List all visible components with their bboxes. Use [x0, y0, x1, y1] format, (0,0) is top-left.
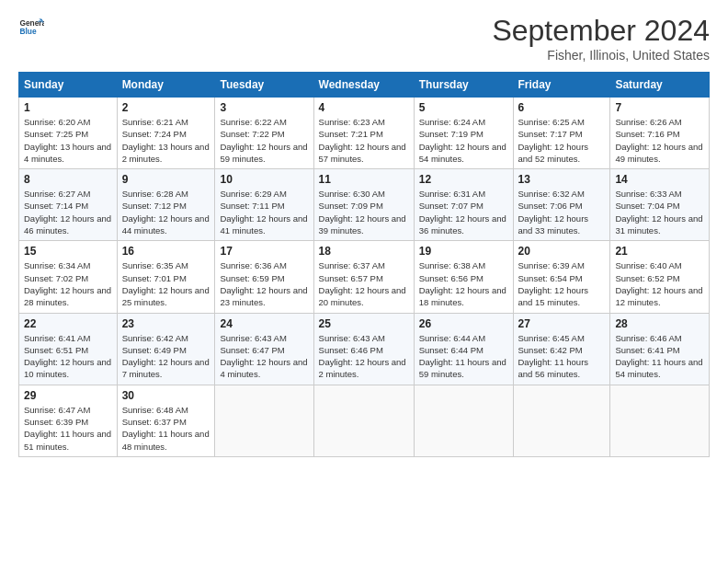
day-number: 26	[419, 317, 508, 330]
month-title: September 2024	[492, 14, 710, 48]
day-number: 24	[220, 317, 308, 330]
day-number: 18	[319, 245, 409, 258]
day-number: 28	[615, 317, 704, 330]
table-row: 14Sunrise: 6:33 AMSunset: 7:04 PMDayligh…	[610, 169, 710, 241]
day-info: Sunrise: 6:26 AMSunset: 7:16 PMDaylight:…	[615, 116, 704, 165]
day-info: Sunrise: 6:36 AMSunset: 6:59 PMDaylight:…	[220, 259, 308, 308]
table-row: 18Sunrise: 6:37 AMSunset: 6:57 PMDayligh…	[313, 241, 414, 313]
table-row: 16Sunrise: 6:35 AMSunset: 7:01 PMDayligh…	[117, 241, 215, 313]
calendar-week-2: 8Sunrise: 6:27 AMSunset: 7:14 PMDaylight…	[19, 169, 710, 241]
day-info: Sunrise: 6:24 AMSunset: 7:19 PMDaylight:…	[419, 116, 508, 165]
day-info: Sunrise: 6:27 AMSunset: 7:14 PMDaylight:…	[24, 188, 112, 236]
table-row: 29Sunrise: 6:47 AMSunset: 6:39 PMDayligh…	[19, 385, 118, 456]
day-info: Sunrise: 6:34 AMSunset: 7:02 PMDaylight:…	[24, 259, 112, 308]
col-monday: Monday	[117, 73, 215, 98]
day-info: Sunrise: 6:40 AMSunset: 6:52 PMDaylight:…	[615, 259, 704, 308]
day-number: 16	[122, 245, 210, 258]
day-info: Sunrise: 6:43 AMSunset: 6:47 PMDaylight:…	[220, 332, 308, 381]
table-row: 4Sunrise: 6:23 AMSunset: 7:21 PMDaylight…	[313, 98, 414, 169]
title-area: September 2024 Fisher, Illinois, United …	[492, 14, 710, 63]
table-row: 21Sunrise: 6:40 AMSunset: 6:52 PMDayligh…	[610, 241, 710, 313]
day-info: Sunrise: 6:25 AMSunset: 7:17 PMDaylight:…	[518, 116, 606, 165]
table-row: 25Sunrise: 6:43 AMSunset: 6:46 PMDayligh…	[313, 313, 414, 385]
table-row	[414, 385, 513, 456]
logo: General Blue	[18, 14, 44, 40]
day-number: 8	[24, 173, 112, 186]
calendar-week-5: 29Sunrise: 6:47 AMSunset: 6:39 PMDayligh…	[19, 385, 710, 456]
day-number: 6	[518, 101, 606, 114]
table-row: 5Sunrise: 6:24 AMSunset: 7:19 PMDaylight…	[414, 98, 513, 169]
table-row: 28Sunrise: 6:46 AMSunset: 6:41 PMDayligh…	[610, 313, 710, 385]
day-number: 9	[122, 173, 210, 186]
day-info: Sunrise: 6:32 AMSunset: 7:06 PMDaylight:…	[518, 188, 606, 236]
table-row: 17Sunrise: 6:36 AMSunset: 6:59 PMDayligh…	[215, 241, 313, 313]
day-number: 23	[122, 317, 210, 330]
day-info: Sunrise: 6:33 AMSunset: 7:04 PMDaylight:…	[615, 188, 704, 236]
day-info: Sunrise: 6:30 AMSunset: 7:09 PMDaylight:…	[319, 188, 409, 236]
table-row: 2Sunrise: 6:21 AMSunset: 7:24 PMDaylight…	[117, 98, 215, 169]
calendar-week-4: 22Sunrise: 6:41 AMSunset: 6:51 PMDayligh…	[19, 313, 710, 385]
col-friday: Friday	[513, 73, 610, 98]
day-number: 3	[220, 101, 308, 114]
day-info: Sunrise: 6:35 AMSunset: 7:01 PMDaylight:…	[122, 259, 210, 308]
day-number: 13	[518, 173, 606, 186]
table-row	[215, 385, 313, 456]
day-number: 27	[518, 317, 606, 330]
day-number: 4	[319, 101, 409, 114]
day-info: Sunrise: 6:44 AMSunset: 6:44 PMDaylight:…	[419, 332, 508, 381]
col-tuesday: Tuesday	[215, 73, 313, 98]
svg-text:Blue: Blue	[19, 27, 36, 36]
day-number: 15	[24, 245, 112, 258]
table-row: 12Sunrise: 6:31 AMSunset: 7:07 PMDayligh…	[414, 169, 513, 241]
day-number: 19	[419, 245, 508, 258]
day-number: 10	[220, 173, 308, 186]
day-info: Sunrise: 6:22 AMSunset: 7:22 PMDaylight:…	[220, 116, 308, 165]
day-number: 25	[319, 317, 409, 330]
day-info: Sunrise: 6:46 AMSunset: 6:41 PMDaylight:…	[615, 332, 704, 381]
table-row: 30Sunrise: 6:48 AMSunset: 6:37 PMDayligh…	[117, 385, 215, 456]
table-row: 26Sunrise: 6:44 AMSunset: 6:44 PMDayligh…	[414, 313, 513, 385]
table-row: 11Sunrise: 6:30 AMSunset: 7:09 PMDayligh…	[313, 169, 414, 241]
calendar-header-row: Sunday Monday Tuesday Wednesday Thursday…	[19, 73, 710, 98]
table-row	[610, 385, 710, 456]
col-sunday: Sunday	[19, 73, 118, 98]
table-row: 7Sunrise: 6:26 AMSunset: 7:16 PMDaylight…	[610, 98, 710, 169]
day-info: Sunrise: 6:43 AMSunset: 6:46 PMDaylight:…	[319, 332, 409, 381]
table-row: 6Sunrise: 6:25 AMSunset: 7:17 PMDaylight…	[513, 98, 610, 169]
table-row: 3Sunrise: 6:22 AMSunset: 7:22 PMDaylight…	[215, 98, 313, 169]
day-info: Sunrise: 6:39 AMSunset: 6:54 PMDaylight:…	[518, 259, 606, 308]
table-row: 13Sunrise: 6:32 AMSunset: 7:06 PMDayligh…	[513, 169, 610, 241]
table-row	[313, 385, 414, 456]
table-row: 9Sunrise: 6:28 AMSunset: 7:12 PMDaylight…	[117, 169, 215, 241]
table-row: 24Sunrise: 6:43 AMSunset: 6:47 PMDayligh…	[215, 313, 313, 385]
table-row: 10Sunrise: 6:29 AMSunset: 7:11 PMDayligh…	[215, 169, 313, 241]
page: General Blue September 2024 Fisher, Illi…	[0, 0, 728, 563]
day-number: 29	[24, 389, 112, 402]
day-number: 22	[24, 317, 112, 330]
day-info: Sunrise: 6:47 AMSunset: 6:39 PMDaylight:…	[24, 404, 112, 453]
day-number: 21	[615, 245, 704, 258]
calendar-week-1: 1Sunrise: 6:20 AMSunset: 7:25 PMDaylight…	[19, 98, 710, 169]
day-info: Sunrise: 6:42 AMSunset: 6:49 PMDaylight:…	[122, 332, 210, 381]
table-row: 1Sunrise: 6:20 AMSunset: 7:25 PMDaylight…	[19, 98, 118, 169]
day-number: 12	[419, 173, 508, 186]
table-row: 8Sunrise: 6:27 AMSunset: 7:14 PMDaylight…	[19, 169, 118, 241]
day-number: 1	[24, 101, 112, 114]
day-number: 2	[122, 101, 210, 114]
table-row: 27Sunrise: 6:45 AMSunset: 6:42 PMDayligh…	[513, 313, 610, 385]
calendar-table: Sunday Monday Tuesday Wednesday Thursday…	[18, 72, 710, 457]
calendar-week-3: 15Sunrise: 6:34 AMSunset: 7:02 PMDayligh…	[19, 241, 710, 313]
day-info: Sunrise: 6:23 AMSunset: 7:21 PMDaylight:…	[319, 116, 409, 165]
day-info: Sunrise: 6:45 AMSunset: 6:42 PMDaylight:…	[518, 332, 606, 381]
day-number: 30	[122, 389, 210, 402]
day-info: Sunrise: 6:20 AMSunset: 7:25 PMDaylight:…	[24, 116, 112, 165]
day-number: 11	[319, 173, 409, 186]
day-info: Sunrise: 6:41 AMSunset: 6:51 PMDaylight:…	[24, 332, 112, 381]
day-info: Sunrise: 6:48 AMSunset: 6:37 PMDaylight:…	[122, 404, 210, 453]
col-thursday: Thursday	[414, 73, 513, 98]
col-wednesday: Wednesday	[313, 73, 414, 98]
header: General Blue September 2024 Fisher, Illi…	[18, 14, 710, 63]
table-row: 15Sunrise: 6:34 AMSunset: 7:02 PMDayligh…	[19, 241, 118, 313]
day-info: Sunrise: 6:31 AMSunset: 7:07 PMDaylight:…	[419, 188, 508, 236]
day-number: 17	[220, 245, 308, 258]
